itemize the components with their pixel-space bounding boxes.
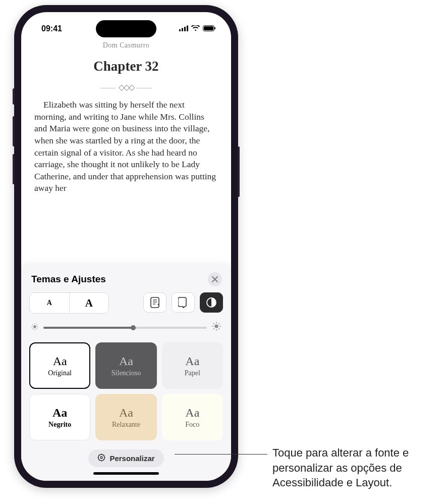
chapter-ornament-icon: ◇◇◇ bbox=[34, 82, 218, 92]
svg-line-28 bbox=[213, 328, 214, 329]
theme-foco[interactable]: Aa Foco bbox=[162, 394, 223, 440]
brightness-low-icon bbox=[31, 323, 38, 332]
home-indicator[interactable] bbox=[93, 472, 159, 475]
svg-line-38 bbox=[99, 460, 99, 460]
svg-rect-0 bbox=[179, 29, 181, 31]
theme-label: Silencioso bbox=[111, 369, 141, 377]
callout-text: Toque para alterar a fonte e personaliza… bbox=[272, 445, 439, 490]
font-increase-button[interactable]: A bbox=[70, 293, 109, 313]
font-size-stepper: A A bbox=[29, 292, 109, 314]
theme-silencioso[interactable]: Aa Silencioso bbox=[95, 342, 156, 389]
battery-icon bbox=[203, 24, 216, 33]
svg-line-27 bbox=[218, 328, 219, 329]
half-circle-icon bbox=[206, 297, 217, 308]
power-button[interactable] bbox=[238, 146, 240, 197]
theme-original[interactable]: Aa Original bbox=[29, 342, 90, 389]
theme-papel[interactable]: Aa Papel bbox=[162, 342, 223, 389]
scroll-mode-button[interactable] bbox=[143, 292, 166, 313]
theme-sample: Aa bbox=[119, 406, 133, 420]
brightness-slider[interactable] bbox=[43, 327, 207, 329]
volume-up-button[interactable] bbox=[13, 116, 15, 146]
svg-rect-2 bbox=[184, 27, 186, 31]
brightness-slider-row bbox=[27, 322, 225, 333]
page-curl-mode-button[interactable] bbox=[172, 292, 195, 313]
theme-label: Foco bbox=[185, 421, 199, 429]
close-icon bbox=[212, 276, 218, 282]
dynamic-island bbox=[96, 20, 156, 37]
close-button[interactable] bbox=[208, 272, 222, 286]
svg-line-29 bbox=[218, 323, 219, 324]
theme-sample: Aa bbox=[185, 406, 199, 420]
book-title: Dom Casmurro bbox=[34, 41, 218, 49]
customize-button[interactable]: Personalizar bbox=[88, 449, 163, 467]
mute-switch[interactable] bbox=[13, 88, 15, 105]
cellular-signal-icon bbox=[179, 24, 188, 33]
svg-point-12 bbox=[33, 325, 36, 328]
svg-line-17 bbox=[32, 324, 33, 325]
book-body-text: Elizabeth was sitting by herself the nex… bbox=[34, 99, 218, 194]
brightness-high-icon bbox=[212, 322, 221, 333]
svg-line-37 bbox=[103, 460, 104, 460]
page-curl-icon bbox=[178, 297, 188, 308]
svg-point-31 bbox=[100, 457, 102, 459]
theme-sample: Aa bbox=[185, 355, 199, 368]
theme-sample: Aa bbox=[119, 355, 133, 368]
iphone-frame: 09:41 Dom Casmurro Chapter 32 ◇◇◇ Elizab… bbox=[14, 5, 238, 488]
theme-label: Papel bbox=[185, 369, 200, 377]
theme-sample: Aa bbox=[52, 406, 67, 420]
theme-label: Original bbox=[48, 369, 72, 377]
svg-line-39 bbox=[103, 455, 104, 456]
svg-rect-6 bbox=[214, 27, 215, 29]
theme-label: Relaxante bbox=[112, 421, 140, 429]
svg-line-20 bbox=[36, 324, 37, 325]
status-time: 09:41 bbox=[41, 24, 62, 33]
chapter-title: Chapter 32 bbox=[34, 59, 218, 74]
svg-line-36 bbox=[99, 455, 99, 456]
customize-label: Personalizar bbox=[109, 454, 154, 463]
themes-settings-sheet: Temas e Ajustes A A bbox=[21, 265, 231, 481]
callout-line bbox=[175, 454, 267, 455]
book-page[interactable]: Dom Casmurro Chapter 32 ◇◇◇ Elizabeth wa… bbox=[21, 37, 231, 194]
theme-label: Negrito bbox=[48, 421, 71, 429]
sheet-title: Temas e Ajustes bbox=[31, 274, 106, 285]
theme-sample: Aa bbox=[53, 355, 67, 368]
themes-grid: Aa Original Aa Silencioso Aa Papel Aa Ne… bbox=[27, 342, 225, 440]
svg-rect-3 bbox=[187, 26, 188, 32]
svg-line-18 bbox=[36, 328, 37, 329]
volume-down-button[interactable] bbox=[13, 154, 15, 184]
svg-rect-1 bbox=[182, 28, 183, 32]
svg-line-26 bbox=[213, 323, 214, 324]
wifi-icon bbox=[191, 24, 200, 33]
theme-relaxante[interactable]: Aa Relaxante bbox=[95, 394, 156, 440]
screen: 09:41 Dom Casmurro Chapter 32 ◇◇◇ Elizab… bbox=[21, 12, 231, 481]
toolbar-row: A A bbox=[27, 292, 225, 314]
theme-negrito[interactable]: Aa Negrito bbox=[29, 394, 90, 440]
svg-point-21 bbox=[214, 324, 218, 328]
svg-rect-7 bbox=[151, 297, 159, 308]
font-decrease-button[interactable]: A bbox=[30, 293, 70, 313]
gear-icon bbox=[97, 453, 105, 463]
page-scroll-icon bbox=[150, 297, 159, 308]
svg-rect-5 bbox=[204, 26, 213, 30]
dark-mode-button[interactable] bbox=[200, 292, 223, 313]
svg-line-19 bbox=[32, 328, 33, 329]
